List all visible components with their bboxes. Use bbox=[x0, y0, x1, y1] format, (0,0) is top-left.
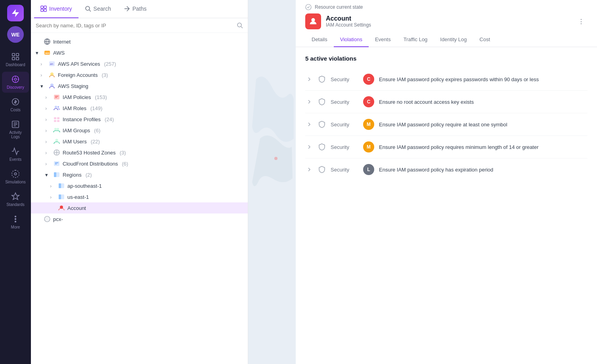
tree-item-iam-policies-label: IAM Policies bbox=[63, 94, 91, 100]
sidebar-item-dashboard[interactable]: Dashboard bbox=[2, 49, 29, 70]
svg-point-15 bbox=[14, 173, 17, 175]
tree-item-instance-profiles[interactable]: › Instance Profiles (24) bbox=[31, 114, 248, 125]
tree-item-account[interactable]: › Account bbox=[31, 202, 248, 213]
tree-item-aws-api-services-label: AWS API Services bbox=[58, 61, 100, 67]
expand-button[interactable] bbox=[305, 120, 313, 128]
sidebar-item-activity-logs-label: Activity Logs bbox=[4, 130, 27, 139]
violation-text: Ensure no root account access key exists bbox=[379, 99, 587, 105]
svg-rect-41 bbox=[54, 120, 56, 122]
tree-item-iam-roles[interactable]: › IAM Roles (149) bbox=[31, 103, 248, 114]
tree-item-iam-policies[interactable]: › IAM Policies (153) bbox=[31, 91, 248, 103]
violation-row[interactable]: Security M Ensure IAM password policy re… bbox=[305, 136, 587, 158]
tree-item-aws-api-services[interactable]: › API AWS API Services (257) bbox=[31, 58, 248, 69]
tree-item-pcx[interactable]: › pcx- bbox=[31, 213, 248, 225]
svg-point-44 bbox=[57, 128, 59, 130]
foreign-accounts-icon bbox=[48, 71, 55, 78]
tab-inventory[interactable]: Inventory bbox=[34, 0, 78, 18]
severity-badge: M bbox=[363, 119, 374, 130]
chevron-right-icon: › bbox=[45, 94, 51, 100]
tab-search[interactable]: Search bbox=[78, 0, 117, 18]
violations-title: 5 active violations bbox=[305, 55, 587, 62]
tab-details[interactable]: Details bbox=[305, 32, 334, 47]
svg-text:aws: aws bbox=[45, 52, 50, 54]
tree-item-iam-groups-label: IAM Groups bbox=[63, 128, 90, 133]
tree-view: › Internet ▾ aws AWS › API AWS API Servi… bbox=[31, 33, 248, 364]
sidebar-item-simulations[interactable]: Simulations bbox=[2, 166, 29, 187]
search-input[interactable] bbox=[36, 23, 233, 29]
tree-item-aws-label: AWS bbox=[53, 50, 65, 56]
resource-header: Resource current state Account IAM Accou… bbox=[296, 0, 597, 47]
tree-item-instance-profiles-label: Instance Profiles bbox=[63, 116, 101, 122]
resource-subtitle: IAM Account Settings bbox=[326, 22, 371, 28]
tree-item-aws[interactable]: ▾ aws AWS bbox=[31, 47, 248, 58]
svg-point-43 bbox=[54, 128, 57, 130]
search-icon bbox=[237, 22, 243, 29]
sidebar-tabs: Inventory Search Paths bbox=[31, 0, 248, 18]
chevron-right-icon: › bbox=[50, 183, 55, 189]
chevron-right-icon: › bbox=[45, 161, 51, 166]
tab-violations[interactable]: Violations bbox=[334, 32, 369, 47]
sidebar-item-more[interactable]: More bbox=[2, 212, 29, 233]
user-avatar[interactable]: WE bbox=[7, 26, 24, 43]
sidebar-item-events[interactable]: Events bbox=[2, 144, 29, 165]
tree-item-internet[interactable]: › Internet bbox=[31, 36, 248, 47]
svg-rect-34 bbox=[54, 95, 59, 99]
severity-badge: C bbox=[363, 96, 374, 107]
iam-policies-count: (153) bbox=[95, 94, 107, 100]
violation-type: Security bbox=[331, 144, 358, 150]
tree-item-foreign-accounts[interactable]: › Foreign Accounts (3) bbox=[31, 69, 248, 80]
svg-text:API: API bbox=[50, 63, 53, 65]
tab-events[interactable]: Events bbox=[369, 32, 397, 47]
violation-row[interactable]: Security L Ensure IAM password policy ha… bbox=[305, 158, 587, 181]
violation-row[interactable]: Security M Ensure IAM password policy re… bbox=[305, 113, 587, 136]
svg-rect-22 bbox=[44, 9, 46, 11]
chevron-right-icon: › bbox=[50, 194, 55, 200]
internet-icon bbox=[44, 38, 51, 45]
expand-button[interactable] bbox=[305, 143, 313, 151]
sidebar-item-standards-label: Standards bbox=[6, 202, 25, 207]
sidebar-item-standards[interactable]: Standards bbox=[2, 189, 29, 210]
svg-point-25 bbox=[237, 23, 241, 27]
tree-item-aws-staging-label: AWS Staging bbox=[58, 83, 88, 89]
resource-name-block: Account IAM Account Settings bbox=[326, 15, 371, 28]
violations-body: 5 active violations Security C Ensure IA… bbox=[296, 47, 597, 364]
tree-item-route53[interactable]: › Route53 Hosted Zones (3) bbox=[31, 147, 248, 158]
resource-info: Account IAM Account Settings ⋮ bbox=[305, 13, 587, 29]
tree-item-iam-users[interactable]: › IAM Users (22) bbox=[31, 136, 248, 147]
tree-item-iam-groups[interactable]: › IAM Groups (6) bbox=[31, 125, 248, 136]
svg-line-26 bbox=[241, 27, 243, 28]
left-navigation: WE Dashboard Discovery Costs Activity Lo… bbox=[0, 0, 31, 364]
tab-cost[interactable]: Cost bbox=[473, 32, 497, 47]
severity-badge: M bbox=[363, 141, 374, 152]
sidebar-item-more-label: More bbox=[11, 225, 20, 229]
tree-item-ap-southeast-1[interactable]: › ap-southeast-1 bbox=[31, 180, 248, 191]
tree-item-regions[interactable]: ▾ Regions (2) bbox=[31, 169, 248, 180]
tab-traffic-log[interactable]: Traffic Log bbox=[397, 32, 434, 47]
svg-point-59 bbox=[274, 157, 277, 160]
region-us-icon bbox=[58, 193, 65, 200]
iam-roles-icon bbox=[53, 105, 60, 112]
sidebar-item-discovery[interactable]: Discovery bbox=[2, 72, 29, 93]
svg-rect-3 bbox=[16, 57, 19, 60]
tree-item-aws-staging[interactable]: ▾ AWS Staging bbox=[31, 80, 248, 91]
more-options-button[interactable]: ⋮ bbox=[575, 16, 587, 27]
sidebar-item-costs-label: Costs bbox=[10, 108, 21, 112]
regions-icon bbox=[53, 171, 60, 178]
expand-button[interactable] bbox=[305, 75, 313, 83]
sidebar-item-activity-logs[interactable]: Activity Logs bbox=[2, 117, 29, 142]
svg-point-45 bbox=[55, 139, 58, 142]
tab-paths[interactable]: Paths bbox=[117, 0, 153, 18]
shield-icon bbox=[318, 120, 326, 128]
expand-button[interactable] bbox=[305, 166, 313, 173]
tree-item-cloudfront[interactable]: › CloudFront Distributions (6) bbox=[31, 158, 248, 169]
tree-item-us-east-1[interactable]: › us-east-1 bbox=[31, 191, 248, 202]
violation-row[interactable]: Security C Ensure no root account access… bbox=[305, 91, 587, 113]
svg-rect-20 bbox=[44, 6, 46, 8]
svg-rect-2 bbox=[12, 57, 15, 60]
violation-row[interactable]: Security C Ensure IAM password policy ex… bbox=[305, 68, 587, 91]
sidebar-item-costs[interactable]: Costs bbox=[2, 94, 29, 115]
aws-staging-icon bbox=[48, 82, 55, 90]
route53-icon bbox=[53, 149, 60, 156]
tab-identity-log[interactable]: Identity Log bbox=[434, 32, 473, 47]
expand-button[interactable] bbox=[305, 98, 313, 106]
